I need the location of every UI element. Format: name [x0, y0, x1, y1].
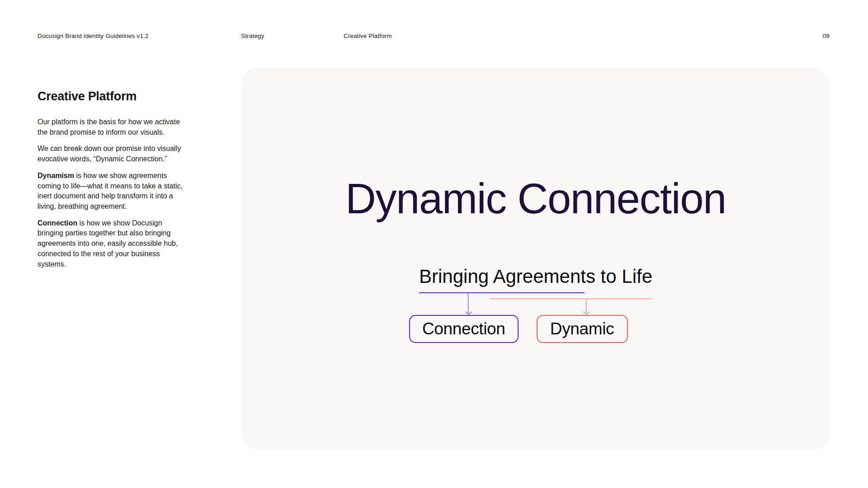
sidebar-paragraph: We can break down our promise into visua…: [38, 144, 183, 164]
connection-box: Connection: [409, 315, 519, 343]
sidebar-paragraph: Dynamism is how we show agreements comin…: [38, 171, 183, 212]
diagram-subtitle-group: Bringing Agreements to Life: [419, 265, 652, 288]
doc-title: Docusign Brand Identity Guidelines v1.2: [38, 33, 148, 39]
dynamic-box: Dynamic: [537, 315, 628, 343]
paragraph-text: Our platform is the basis for how we act…: [38, 118, 180, 136]
sidebar-paragraph: Connection is how we show Docusign bring…: [38, 218, 183, 270]
sidebar: Creative Platform Our platform is the ba…: [38, 89, 183, 276]
diagram-panel: Dynamic Connection Bringing Agreements t…: [242, 68, 830, 450]
diagram-subtitle: Bringing Agreements to Life: [419, 266, 652, 287]
dynamic-box-label: Dynamic: [550, 319, 614, 338]
red-down-arrow-icon: [586, 299, 586, 314]
purple-underline: [419, 292, 585, 293]
sidebar-paragraph: Our platform is the basis for how we act…: [38, 117, 183, 137]
sidebar-heading: Creative Platform: [38, 89, 183, 103]
nav-section-strategy[interactable]: Strategy: [241, 33, 264, 39]
nav-section-creative-platform[interactable]: Creative Platform: [344, 33, 392, 39]
diagram-title: Dynamic Connection: [242, 178, 830, 220]
purple-down-arrow-icon: [468, 293, 468, 314]
connection-box-label: Connection: [422, 319, 505, 338]
paragraph-text: We can break down our promise into visua…: [38, 145, 181, 163]
paragraph-lead: Connection: [38, 219, 77, 227]
red-underline: [490, 299, 652, 299]
page-number: 09: [823, 33, 830, 39]
word-boxes-row: Connection Dynamic: [409, 315, 628, 343]
brand-guidelines-page: Docusign Brand Identity Guidelines v1.2 …: [0, 0, 868, 488]
paragraph-lead: Dynamism: [38, 172, 74, 179]
